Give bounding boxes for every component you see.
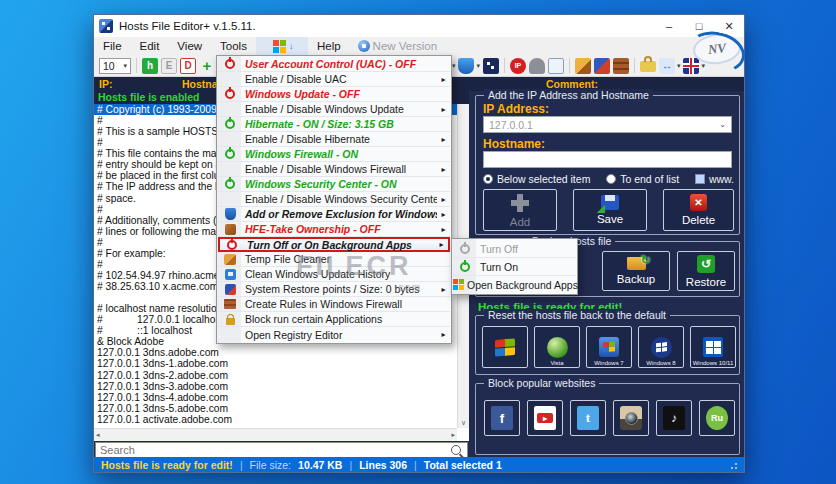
menu-item[interactable]: Windows Firewall - ON [218, 147, 450, 162]
block-group-title: Block popular websites [484, 377, 599, 389]
menu-edit[interactable]: Edit [131, 37, 169, 55]
menu-windows-tweaks[interactable]: ↓ [256, 37, 308, 55]
menu-item[interactable]: Create Rules in Windows Firewall [218, 297, 450, 312]
menu-help[interactable]: Help [308, 37, 350, 55]
shield-icon[interactable] [458, 58, 474, 74]
add-line-button[interactable]: + [199, 58, 215, 74]
status-bar: Hosts file is ready for edit! | File siz… [94, 457, 744, 472]
hosts-row[interactable]: 127.0.0.1 3dns-3.adobe.com [94, 381, 457, 392]
menu-item-icon [225, 119, 235, 129]
editor-disabled-button[interactable]: E [161, 58, 177, 74]
menu-item[interactable]: HFE-Take Ownership - OFF ▸ [218, 222, 450, 237]
windows-version-icon [651, 337, 672, 358]
search-input[interactable] [96, 444, 451, 456]
reset-windows-button[interactable]: Windows 7 [586, 326, 632, 368]
menu-file[interactable]: File [94, 37, 131, 55]
scroll-down-icon[interactable]: ∨ [458, 419, 469, 427]
menu-view[interactable]: View [168, 37, 211, 55]
menu-item[interactable]: Windows Update - OFF [218, 87, 450, 102]
chevron-down-icon[interactable]: ▾ [476, 62, 480, 70]
plus-icon [510, 193, 530, 213]
menu-item[interactable]: Hibernate - ON / Size: 3.15 GB [218, 117, 450, 132]
hosts-row[interactable]: 127.0.0.1 3dns-2.adobe.com [94, 370, 457, 381]
block-site-button[interactable]: f [484, 400, 520, 436]
lock-icon[interactable] [640, 61, 656, 72]
menu-tools[interactable]: Tools [211, 37, 256, 55]
background-apps-icon[interactable] [483, 58, 499, 74]
menu-item-icon [225, 59, 235, 69]
ip-address-icon[interactable]: IP [510, 58, 526, 74]
save-button[interactable]: Save [573, 189, 647, 231]
reset-windows-button[interactable]: Windows 8 [638, 326, 684, 368]
add-button[interactable]: Add [483, 189, 557, 231]
hosts-row[interactable]: 127.0.0.1 3dns-4.adobe.com [94, 392, 457, 403]
status-selected: Total selected 1 [424, 459, 502, 471]
window-frame-icon[interactable] [548, 58, 564, 74]
menu-item[interactable]: Windows Security Center - ON [218, 177, 450, 192]
delete-button[interactable]: ✕ Delete [663, 189, 734, 231]
hosts-row[interactable]: 127.0.0.1 activate.adobe.com [94, 414, 457, 425]
scroll-right-icon[interactable]: ▸ [451, 431, 455, 439]
hosts-row[interactable]: 127.0.0.1 3dns-5.adobe.com [94, 403, 457, 414]
reset-windows-button[interactable]: Vista [534, 326, 580, 368]
dns-red-button[interactable]: D [180, 58, 196, 74]
scroll-left-icon[interactable]: ◂ [96, 431, 100, 439]
resize-grip[interactable] [729, 461, 737, 469]
block-site-button[interactable] [527, 400, 563, 436]
menu-new-version[interactable]: New Version [373, 40, 446, 52]
menu-item[interactable]: System Restore points / Size: 0 bytes ▸ [218, 282, 450, 297]
resize-window-icon[interactable]: ↔ [659, 58, 675, 74]
block-site-button[interactable]: t [570, 400, 606, 436]
menu-item-icon [225, 224, 236, 235]
submenu-item[interactable]: Open Background Apps [453, 276, 576, 293]
chevron-down-icon[interactable]: ▾ [452, 62, 456, 70]
horizontal-scrollbar[interactable]: ◂ ▸ [94, 428, 457, 441]
radio-below-selected[interactable] [483, 174, 493, 184]
menu-item[interactable]: Enable / Disable Windows Update ▸ [218, 102, 450, 117]
firewall-rules-icon[interactable] [613, 58, 629, 74]
hosts-row[interactable]: 127.0.0.1 3dns.adobe.com [94, 347, 457, 358]
new-version-icon [358, 40, 370, 52]
reset-windows-button[interactable] [482, 326, 528, 368]
menu-item[interactable]: Enable / Disable Hibernate ▸ [218, 132, 450, 147]
restore-clock-icon: ↺ [697, 255, 715, 273]
menu-item-icon [225, 134, 236, 145]
block-site-button[interactable]: ♪ [656, 400, 692, 436]
menu-item[interactable]: Enable / Disable Windows Security Center… [218, 192, 450, 207]
menu-item[interactable]: Open Registry Editor ▸ [218, 327, 450, 342]
block-site-button[interactable] [613, 400, 649, 436]
submenu-arrow-icon: ▸ [435, 240, 448, 249]
hosts-green-button[interactable]: h [142, 58, 158, 74]
cleaner-broom-icon[interactable] [575, 58, 591, 74]
menu-item[interactable]: Enable / Disable Windows Firewall ▸ [218, 162, 450, 177]
font-size-combobox[interactable]: 10 ▾ [99, 58, 131, 74]
site-logo-icon: ♪ [663, 406, 685, 430]
restore-button[interactable]: ↺ Restore [677, 251, 735, 291]
menu-item[interactable]: Add or Remove Exclusion for Windows Defe… [218, 207, 450, 222]
block-site-button[interactable]: Ru [699, 400, 735, 436]
minimize-button[interactable]: – [654, 15, 684, 37]
search-box[interactable] [95, 442, 468, 458]
anonymous-icon[interactable] [529, 58, 545, 74]
ip-address-combobox[interactable]: 127.0.0.1 ⌄ [483, 116, 732, 133]
submenu-item[interactable]: Turn Off [453, 240, 576, 258]
menu-item[interactable]: Enable / Disable UAC ▸ [218, 72, 450, 87]
menu-item[interactable]: User Account Control (UAC) - OFF [218, 57, 450, 72]
hostname-input[interactable] [483, 151, 732, 168]
hosts-row[interactable]: 127.0.0.1 3dns-1.adobe.com [94, 358, 457, 369]
system-restore-icon[interactable] [594, 58, 610, 74]
chevron-down-icon: ⌄ [719, 120, 726, 129]
nv-logo: NV [692, 32, 743, 67]
search-icon[interactable] [451, 445, 461, 455]
title-bar[interactable]: Hosts File Editor+ v.1.5.11. – □ ✕ [94, 15, 744, 37]
menu-item[interactable]: Clean Windows Update History [218, 267, 450, 282]
menu-item[interactable]: Block run certain Applications [218, 312, 450, 327]
chevron-down-icon[interactable]: ▾ [677, 62, 681, 70]
submenu-item[interactable]: Turn On [453, 258, 576, 276]
backup-button[interactable]: ↻ Backup [602, 251, 670, 291]
radio-end-of-list[interactable] [606, 174, 616, 184]
www-checkbox[interactable] [695, 174, 705, 184]
menu-item[interactable]: Temp File Cleaner [218, 252, 450, 267]
reset-windows-button[interactable]: Windows 10/11 [690, 326, 736, 368]
menu-item[interactable]: Turn Off or On Background Apps ▸ [218, 237, 450, 252]
